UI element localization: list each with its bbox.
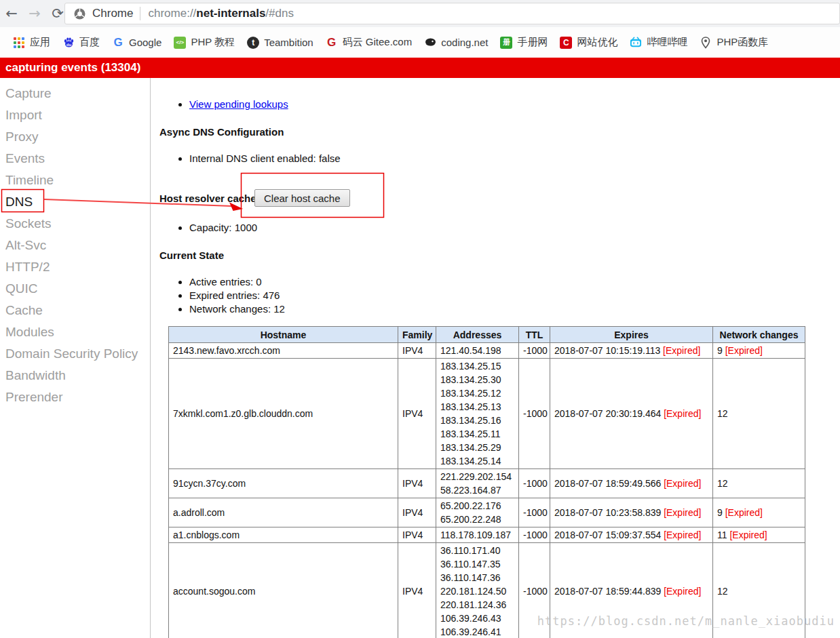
column-header: Network changes [713, 327, 805, 343]
bookmark-item[interactable]: 哔哩哔哩 [624, 33, 693, 52]
expired-badge: [Expired] [664, 507, 701, 518]
capturing-events-banner: capturing events (13304) [0, 58, 840, 78]
internal-dns-item: Internal DNS client enabled: false [189, 152, 341, 165]
bookmark-item[interactable]: du百度 [56, 33, 106, 52]
ttl-cell: -1000 [519, 498, 550, 527]
address-line: 221.229.202.154 [440, 470, 514, 483]
ttl-cell: -1000 [519, 343, 550, 359]
sidebar-item-domain-security-policy[interactable]: Domain Security Policy [0, 343, 150, 365]
address-line: 118.178.109.187 [440, 528, 514, 542]
sidebar-item-capture[interactable]: Capture [0, 83, 150, 104]
sidebar-item-http-2[interactable]: HTTP/2 [0, 256, 150, 278]
url-bar[interactable]: Chrome chrome://net-internals/#dns [64, 3, 840, 24]
address-line: 58.223.164.87 [440, 483, 514, 497]
address-line: 36.110.147.35 [440, 557, 514, 571]
hostname-cell: a.adroll.com [169, 498, 398, 527]
sidebar-item-bandwidth[interactable]: Bandwidth [0, 365, 150, 386]
address-line: 106.39.246.41 [440, 625, 514, 638]
sidebar-item-dns[interactable]: DNS [0, 191, 150, 213]
view-pending-lookups-link[interactable]: View pending lookups [189, 98, 288, 110]
sidebar-item-alt-svc[interactable]: Alt-Svc [0, 235, 150, 256]
expires-cell: 2018-07-07 18:59:49.566 [Expired] [550, 469, 713, 498]
sidebar-item-quic[interactable]: QUIC [0, 278, 150, 300]
ttl-cell: -1000 [519, 527, 550, 543]
bookmark-label: 哔哩哔哩 [647, 36, 687, 49]
address-line: 183.134.25.30 [440, 373, 514, 386]
url-separator [140, 7, 140, 20]
expired-badge: [Expired] [664, 478, 701, 489]
addresses-cell: 118.178.109.187 [436, 527, 519, 543]
current-state-heading: Current State [159, 250, 224, 261]
network-changes-cell: 11 [Expired] [713, 527, 805, 543]
bookmark-item[interactable]: C网站优化 [554, 33, 624, 52]
address-line: 183.134.25.11 [440, 427, 514, 441]
shouce-icon: 册 [500, 37, 512, 49]
net-internals-page: ← → ⟳ Chrome chrome://net-internals/#dns… [0, 0, 840, 638]
sidebar-item-modules[interactable]: Modules [0, 321, 150, 343]
hostname-cell: 2143.new.favo.xrcch.com [169, 343, 398, 359]
expires-cell: 2018-07-07 20:30:19.464 [Expired] [550, 359, 713, 469]
addresses-cell: 65.200.22.17665.200.22.248 [436, 498, 519, 527]
sidebar-item-cache[interactable]: Cache [0, 300, 150, 321]
family-cell: IPV4 [398, 469, 436, 498]
family-cell: IPV4 [398, 343, 436, 359]
sidebar-item-proxy[interactable]: Proxy [0, 126, 150, 148]
capacity-item: Capacity: 1000 [189, 221, 257, 235]
address-line: 183.134.25.14 [440, 454, 514, 468]
bookmarks-bar: 应用du百度GGoogle</>PHP 教程tTeambitionG码云 Git… [0, 27, 840, 58]
bilibili-icon [630, 37, 642, 49]
state-item: Active entries: 0 [189, 275, 285, 289]
bookmark-label: Google [129, 37, 161, 48]
bookmark-label: 百度 [79, 36, 100, 49]
network-changes-cell: 12 [713, 359, 805, 469]
bookmark-item[interactable]: tTeambition [241, 34, 320, 52]
bookmark-item[interactable]: </>PHP 教程 [168, 33, 241, 52]
capacity-list: Capacity: 1000 [151, 221, 257, 235]
sidebar-item-sockets[interactable]: Sockets [0, 213, 150, 235]
watermark-text: https://blog.csdn.net/m_nanle_xiaobudiu [537, 614, 835, 628]
current-state-list: Active entries: 0Expired entries: 476Net… [151, 275, 285, 316]
table-row: 2143.new.favo.xrcch.comIPV4121.40.54.198… [169, 343, 805, 359]
expired-badge: [Expired] [664, 586, 701, 597]
site-label: Chrome [92, 7, 133, 20]
back-icon[interactable]: ← [0, 5, 23, 22]
sidebar-item-import[interactable]: Import [0, 104, 150, 126]
address-line: 183.134.25.13 [440, 400, 514, 414]
bookmark-label: Teambition [264, 37, 313, 48]
network-changes-cell: 12 [713, 469, 805, 498]
address-line: 121.40.54.198 [440, 344, 514, 357]
clear-host-cache-button[interactable]: Clear host cache [254, 189, 350, 207]
address-line: 65.200.22.176 [440, 499, 514, 513]
bookmark-item[interactable]: coding.net [418, 34, 494, 52]
bookmark-item[interactable]: G码云 Gitee.com [320, 33, 419, 52]
browser-toolbar: ← → ⟳ Chrome chrome://net-internals/#dns [0, 0, 840, 27]
bookmark-item[interactable]: GGoogle [106, 34, 168, 52]
column-header: Addresses [436, 327, 519, 343]
dns-cache-table: HostnameFamilyAddressesTTLExpiresNetwork… [168, 326, 805, 638]
bookmark-item[interactable]: PHP函数库 [693, 33, 774, 52]
sidebar-item-events[interactable]: Events [0, 148, 150, 170]
column-header: Family [398, 327, 436, 343]
pending-lookups-item: View pending lookups [189, 98, 288, 111]
bookmark-label: 手册网 [517, 36, 548, 49]
address-line: 183.134.25.15 [440, 359, 514, 373]
sidebar-item-prerender[interactable]: Prerender [0, 386, 150, 408]
address-line: 65.200.22.248 [440, 513, 514, 526]
bookmark-item[interactable]: 应用 [7, 33, 56, 52]
ttl-cell: -1000 [519, 469, 550, 498]
sidebar-item-timeline[interactable]: Timeline [0, 170, 150, 191]
column-header: TTL [519, 327, 550, 343]
table-header-row: HostnameFamilyAddressesTTLExpiresNetwork… [169, 327, 805, 343]
teambition-icon: t [247, 37, 259, 49]
svg-text:du: du [66, 43, 71, 47]
ttl-cell: -1000 [519, 359, 550, 469]
family-cell: IPV4 [398, 527, 436, 543]
forward-icon[interactable]: → [23, 5, 46, 22]
async-dns-heading: Async DNS Configuration [159, 126, 284, 138]
expired-badge: [Expired] [664, 530, 701, 540]
bookmark-item[interactable]: 册手册网 [494, 33, 554, 52]
async-dns-list: Internal DNS client enabled: false [151, 152, 341, 165]
expires-cell: 2018-07-07 10:15:19.113 [Expired] [550, 343, 713, 359]
expired-badge: [Expired] [663, 345, 700, 356]
state-item: Network changes: 12 [189, 302, 285, 316]
